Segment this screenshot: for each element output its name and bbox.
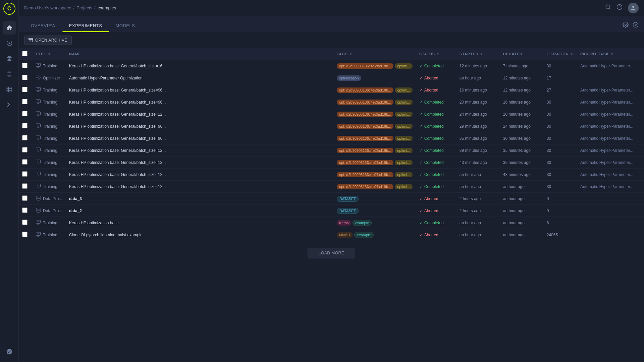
experiment-name[interactable]: data_3 xyxy=(69,196,82,201)
experiment-name[interactable]: Keras HP optimization base: General/batc… xyxy=(69,88,166,93)
tag[interactable]: DATASET xyxy=(337,196,359,202)
row-checkbox[interactable] xyxy=(22,123,28,128)
tag[interactable]: optimi... xyxy=(395,124,413,129)
row-checkbox[interactable] xyxy=(22,99,28,104)
settings-icon[interactable] xyxy=(623,22,629,29)
row-checkbox[interactable] xyxy=(22,195,28,201)
tag[interactable]: opt: d2b90906136c4e2fad18b... xyxy=(337,160,393,165)
header-started[interactable]: STARTED ▼ xyxy=(456,48,500,60)
row-checkbox[interactable] xyxy=(22,232,28,237)
sidebar-item-pipelines[interactable] xyxy=(3,67,16,81)
sidebar-item-dashboard[interactable] xyxy=(3,37,16,50)
tag[interactable]: optimi... xyxy=(395,112,413,117)
tag[interactable]: opt: d2b90906136c4e2fad18b... xyxy=(337,184,393,189)
table-row[interactable]: Data Pro... data_2 DATASET ✓ Aborted 2 h… xyxy=(19,205,644,217)
tag[interactable]: opt: d2b90906136c4e2fad18b... xyxy=(337,63,393,69)
experiment-name[interactable]: Keras HP optimization base: General/batc… xyxy=(69,172,166,177)
load-more-button[interactable]: LOAD MORE xyxy=(308,248,356,258)
header-iteration[interactable]: ITERATION ▼ xyxy=(543,48,577,60)
row-checkbox[interactable] xyxy=(22,147,28,153)
tag[interactable]: optimi... xyxy=(395,172,413,177)
tag[interactable]: optimi... xyxy=(395,184,413,189)
header-type[interactable]: TYPE ▼ xyxy=(32,48,66,60)
header-status[interactable]: STATUS ▼ xyxy=(416,48,456,60)
tag[interactable]: optimi... xyxy=(395,160,413,165)
experiment-name[interactable]: Automatic Hyper-Parameter Optimization xyxy=(69,76,143,80)
table-row[interactable]: Training Clone Of pytorch lightning mnis… xyxy=(19,229,644,241)
table-row[interactable]: Training Keras HP optimization base: Gen… xyxy=(19,60,644,72)
tag[interactable]: optimi... xyxy=(395,148,413,153)
table-row[interactable]: Training Keras HP optimization base: Gen… xyxy=(19,96,644,108)
play-icon[interactable] xyxy=(633,22,639,29)
sidebar-item-deploy[interactable] xyxy=(3,98,16,112)
experiment-name[interactable]: Keras HP optimization base: General/batc… xyxy=(69,100,166,105)
experiment-name[interactable]: Keras HP optimization base: General/batc… xyxy=(69,64,166,68)
tag[interactable]: opt: d2b90906136c4e2fad18b... xyxy=(337,124,393,129)
select-all-checkbox[interactable] xyxy=(22,51,28,56)
row-checkbox[interactable] xyxy=(22,220,28,225)
experiment-name[interactable]: Keras HP optimization base: General/batc… xyxy=(69,136,166,141)
sidebar-item-layers[interactable] xyxy=(3,52,16,65)
table-row[interactable]: Training Keras HP optimization base: Gen… xyxy=(19,132,644,144)
table-row[interactable]: Training Keras HP optimization base: Gen… xyxy=(19,84,644,96)
open-archive-button[interactable]: OPEN ARCHIVE xyxy=(24,36,72,45)
tag[interactable]: optimi... xyxy=(395,100,413,105)
tag[interactable]: opt: d2b90906136c4e2fad18b... xyxy=(337,87,393,93)
row-checkbox[interactable] xyxy=(22,63,28,68)
header-tags[interactable]: TAGS ▼ xyxy=(333,48,416,60)
tag[interactable]: DATASET xyxy=(337,208,359,214)
experiment-name[interactable]: Keras HP optimization base xyxy=(69,221,119,225)
header-checkbox[interactable] xyxy=(19,48,32,60)
tag[interactable]: opt: d2b90906136c4e2fad18b... xyxy=(337,112,393,117)
sidebar-item-tables[interactable] xyxy=(3,83,16,96)
table-row[interactable]: Training Keras HP optimization base: Gen… xyxy=(19,157,644,169)
tag[interactable]: example xyxy=(353,220,372,226)
experiment-name[interactable]: Keras HP optimization base: General/batc… xyxy=(69,148,166,153)
header-parent-task[interactable]: PARENT TASK ▼ xyxy=(577,48,644,60)
sidebar-item-integrations[interactable] xyxy=(3,345,16,358)
help-icon[interactable] xyxy=(616,4,623,12)
experiment-name[interactable]: Keras HP optimization base: General/batc… xyxy=(69,112,166,117)
tag[interactable]: optimization xyxy=(337,75,361,81)
row-checkbox[interactable] xyxy=(22,171,28,177)
experiment-name[interactable]: Clone Of pytorch lightning mnist example xyxy=(69,233,143,237)
row-checkbox[interactable] xyxy=(22,111,28,116)
experiment-name[interactable]: Keras HP optimization base: General/batc… xyxy=(69,124,166,129)
breadcrumb-projects[interactable]: Projects xyxy=(76,5,92,10)
experiment-name[interactable]: data_2 xyxy=(69,208,82,213)
tag[interactable]: optimi... xyxy=(395,87,413,93)
tag[interactable]: opt: d2b90906136c4e2fad18b... xyxy=(337,148,393,153)
row-checkbox[interactable] xyxy=(22,87,28,92)
tag[interactable]: opt: d2b90906136c4e2fad18b... xyxy=(337,100,393,105)
avatar[interactable] xyxy=(628,3,639,13)
breadcrumb-workspace[interactable]: Demo User's workspace xyxy=(24,5,71,10)
table-row[interactable]: Training Keras HP optimization base: Gen… xyxy=(19,144,644,157)
table-row[interactable]: Training Keras HP optimization base Kera… xyxy=(19,217,644,229)
table-row[interactable]: Training Keras HP optimization base: Gen… xyxy=(19,169,644,181)
row-checkbox[interactable] xyxy=(22,159,28,165)
tag[interactable]: opt: d2b90906136c4e2fad18b... xyxy=(337,172,393,177)
header-name[interactable]: NAME xyxy=(66,48,333,60)
tag[interactable]: MNIST xyxy=(337,232,353,238)
row-checkbox[interactable] xyxy=(22,75,28,80)
row-checkbox[interactable] xyxy=(22,207,28,213)
experiment-name[interactable]: Keras HP optimization base: General/batc… xyxy=(69,184,166,189)
table-row[interactable]: Optimizer Automatic Hyper-Parameter Opti… xyxy=(19,72,644,84)
table-row[interactable]: Data Pro... data_3 DATASET ✓ Aborted 2 h… xyxy=(19,193,644,205)
tab-overview[interactable]: OVERVIEW xyxy=(24,19,62,32)
tag[interactable]: Keras xyxy=(337,220,351,226)
tab-experiments[interactable]: EXPERIMENTS xyxy=(62,19,109,32)
experiment-name[interactable]: Keras HP optimization base: General/batc… xyxy=(69,160,166,165)
table-row[interactable]: Training Keras HP optimization base: Gen… xyxy=(19,181,644,193)
row-checkbox[interactable] xyxy=(22,135,28,140)
app-logo[interactable]: C xyxy=(3,3,15,15)
search-icon[interactable] xyxy=(605,4,611,12)
table-row[interactable]: Training Keras HP optimization base: Gen… xyxy=(19,120,644,132)
header-updated[interactable]: UPDATED xyxy=(500,48,543,60)
tab-models[interactable]: MODELS xyxy=(109,19,142,32)
tag[interactable]: optimi... xyxy=(395,136,413,141)
table-row[interactable]: Training Keras HP optimization base: Gen… xyxy=(19,108,644,120)
sidebar-item-home[interactable] xyxy=(3,21,16,35)
tag[interactable]: opt: d2b90906136c4e2fad18b... xyxy=(337,136,393,141)
tag[interactable]: optimi... xyxy=(395,63,413,69)
